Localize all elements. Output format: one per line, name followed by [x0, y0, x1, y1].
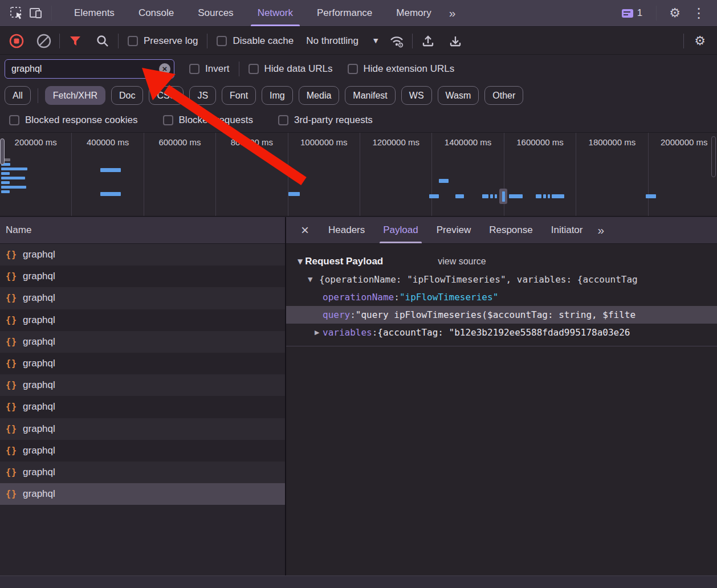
payload-tree-row[interactable]: query: "query ipFlowTimeseries($accountT…	[286, 306, 717, 324]
chip-css[interactable]: CSS	[149, 86, 184, 105]
detail-tab-response[interactable]: Response	[480, 217, 542, 243]
payload-pane: ▼ Request Payload view source ▼{operatio…	[286, 244, 717, 346]
chip-media[interactable]: Media	[299, 86, 340, 105]
more-detail-tabs-icon[interactable]: »	[592, 223, 609, 237]
json-file-icon: {}	[6, 271, 17, 281]
blocked-filter-3rd-party-requests: 3rd-party requests	[278, 115, 373, 126]
chip-wasm[interactable]: Wasm	[438, 86, 479, 105]
network-settings-gear-icon[interactable]: ⚙	[694, 35, 706, 47]
more-tabs-icon[interactable]: »	[443, 6, 461, 20]
clear-filter-icon[interactable]: ×	[159, 63, 170, 75]
payload-tree-row[interactable]: ▼{operationName: "ipFlowTimeseries", var…	[286, 271, 717, 288]
chip-all[interactable]: All	[5, 86, 31, 105]
chip-doc[interactable]: Doc	[111, 86, 143, 105]
detail-tab-preview[interactable]: Preview	[427, 217, 480, 243]
request-name: graphql	[23, 401, 55, 413]
close-details-icon[interactable]: ×	[295, 222, 315, 238]
json-file-icon: {}	[6, 402, 17, 412]
json-file-icon: {}	[6, 446, 17, 456]
request-row[interactable]: {}graphql	[0, 331, 285, 353]
throttling-select[interactable]: No throttling ▼	[306, 35, 378, 47]
tab-performance[interactable]: Performance	[305, 0, 384, 26]
tab-memory[interactable]: Memory	[384, 0, 443, 26]
toolbar-divider	[683, 34, 684, 48]
detail-tab-initiator[interactable]: Initiator	[542, 217, 592, 243]
issues-count: 1	[637, 7, 642, 19]
toolbar-divider	[412, 34, 413, 48]
chip-font[interactable]: Font	[222, 86, 256, 105]
inspect-element-icon[interactable]	[7, 3, 26, 23]
chip-ws[interactable]: WS	[401, 86, 432, 105]
request-name: graphql	[23, 379, 55, 391]
tab-elements[interactable]: Elements	[62, 0, 127, 26]
chip-js[interactable]: JS	[189, 86, 216, 105]
3rd-party-requests-checkbox[interactable]	[278, 115, 288, 125]
search-icon[interactable]	[93, 31, 112, 51]
request-row[interactable]: {}graphql	[0, 440, 285, 462]
request-row[interactable]: {}graphql	[0, 309, 285, 331]
toolbar-divider	[51, 6, 52, 21]
collapse-arrow-icon[interactable]: ▼	[298, 258, 303, 266]
record-network-log-icon[interactable]	[7, 31, 26, 51]
timeline-scrollbar[interactable]	[711, 136, 716, 177]
detail-tab-headers[interactable]: Headers	[319, 217, 374, 243]
request-row[interactable]: {}graphql	[0, 396, 285, 418]
timeline-scroll-handle-left[interactable]	[0, 138, 5, 165]
view-source-link[interactable]: view source	[438, 256, 486, 267]
tree-toggle-icon[interactable]: ▼	[308, 276, 312, 283]
tab-network[interactable]: Network	[246, 0, 305, 26]
detail-tab-payload[interactable]: Payload	[374, 217, 427, 243]
network-overview-timeline[interactable]: 200000 ms400000 ms600000 ms800000 ms1000…	[0, 132, 717, 217]
preserve-log-checkbox[interactable]	[128, 36, 138, 46]
network-conditions-icon[interactable]	[387, 31, 406, 51]
kebab-menu-icon[interactable]: ⋮	[692, 6, 706, 20]
tab-console[interactable]: Console	[127, 0, 186, 26]
chip-manifest[interactable]: Manifest	[345, 86, 395, 105]
request-row[interactable]: {}graphql	[0, 374, 285, 396]
disable-cache-checkbox[interactable]	[217, 36, 227, 46]
chips-divider	[38, 88, 38, 103]
main-tabs: ElementsConsoleSourcesNetworkPerformance…	[62, 0, 443, 26]
request-row[interactable]: {}graphql	[0, 353, 285, 374]
clear-network-log-icon[interactable]	[34, 31, 54, 51]
chip-fetch-xhr[interactable]: Fetch/XHR	[45, 86, 105, 105]
invert-label: Invert	[205, 63, 230, 75]
filter-icon[interactable]	[66, 31, 85, 51]
filter-input[interactable]	[5, 59, 174, 79]
filter-row: × Invert Hide data URLs Hide extension U…	[0, 55, 717, 83]
payload-text: :	[350, 309, 356, 320]
timeline-column: 1800000 ms	[576, 133, 648, 216]
request-row[interactable]: {}graphql	[0, 287, 285, 309]
chip-img[interactable]: Img	[262, 86, 293, 105]
settings-gear-icon[interactable]: ⚙	[669, 7, 681, 19]
name-column-header[interactable]: Name	[0, 217, 285, 244]
blocked-filter-blocked-requests: Blocked requests	[163, 115, 253, 126]
request-row[interactable]: {}graphql	[0, 462, 285, 483]
payload-text: "ipFlowTimeseries"	[400, 292, 498, 303]
blocked-requests-checkbox[interactable]	[163, 115, 173, 125]
request-row[interactable]: {}graphql	[0, 244, 285, 266]
tree-toggle-icon[interactable]: ▶	[315, 329, 319, 336]
request-row[interactable]: {}graphql	[0, 266, 285, 287]
request-name: graphql	[23, 423, 55, 435]
export-har-icon[interactable]	[446, 31, 465, 51]
request-row[interactable]: {}graphql	[0, 483, 285, 505]
timeline-bar	[429, 194, 439, 198]
request-name: graphql	[23, 445, 55, 456]
tab-sources[interactable]: Sources	[186, 0, 245, 26]
invert-checkbox[interactable]	[189, 64, 199, 74]
timeline-column: 1600000 ms	[504, 133, 576, 216]
timeline-column: 1000000 ms	[288, 133, 360, 216]
hide-data-urls-checkbox[interactable]	[248, 64, 259, 74]
payload-tree-row[interactable]: operationName: "ipFlowTimeseries"	[286, 288, 717, 306]
request-row[interactable]: {}graphql	[0, 418, 285, 440]
import-har-icon[interactable]	[418, 31, 438, 51]
json-file-icon: {}	[6, 380, 17, 390]
hide-extension-urls-checkbox[interactable]	[348, 64, 358, 74]
dropdown-arrow-icon: ▼	[373, 37, 378, 44]
issues-counter[interactable]: 1	[622, 7, 642, 19]
payload-tree-row[interactable]: ▶variables: {accountTag: "b12e3b2192ee55…	[286, 324, 717, 341]
blocked-response-cookies-checkbox[interactable]	[9, 115, 19, 125]
chip-other[interactable]: Other	[484, 86, 523, 105]
device-toolbar-icon[interactable]	[26, 3, 46, 23]
